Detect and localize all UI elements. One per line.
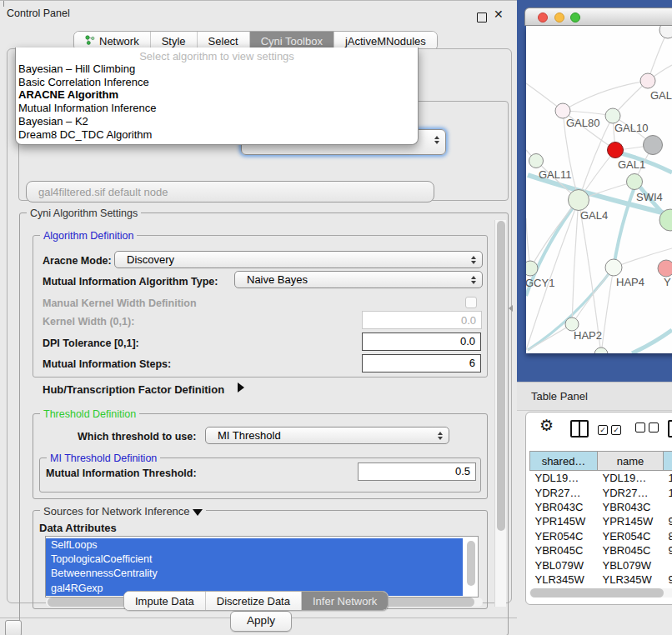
column-header[interactable]: shared… [530, 452, 598, 471]
table-cell[interactable]: 12 [664, 485, 672, 499]
dpi-tolerance-field[interactable]: 0.0 [362, 332, 481, 351]
table-cell[interactable]: YER054C [530, 529, 598, 543]
table-cell[interactable]: YBR045C [598, 543, 664, 558]
table-cell[interactable]: YBL079W [530, 558, 598, 572]
network-node[interactable] [644, 136, 663, 155]
table-cell[interactable]: YLR345W [598, 572, 664, 587]
network-edge[interactable] [572, 268, 614, 324]
algorithm-option[interactable]: Dream8 DC_TDC Algorithm [16, 128, 418, 142]
float-window-icon[interactable] [477, 12, 487, 22]
network-node-y[interactable] [658, 260, 672, 277]
table-cell[interactable]: YDR27… [530, 485, 598, 499]
settings-scrollbar[interactable] [494, 220, 506, 607]
table-cell[interactable]: 13 [664, 471, 672, 486]
deselect-all-icon[interactable] [635, 422, 662, 435]
attribute-item[interactable]: SelfLoops [46, 538, 478, 552]
manual-kernel-checkbox[interactable] [465, 297, 477, 308]
table-row[interactable]: YBR043CYBR043C [530, 500, 672, 514]
close-icon[interactable]: ✕ [494, 8, 504, 21]
network-window-titlebar[interactable] [524, 8, 672, 26]
close-traffic-light-icon[interactable] [538, 12, 548, 22]
hub-definition-label[interactable]: Hub/Transcription Factor Definition [43, 383, 224, 396]
tab-impute-data[interactable]: Impute Data [124, 592, 206, 610]
network-edge-selected[interactable] [632, 330, 672, 353]
network-node-gal1[interactable] [608, 142, 624, 158]
mi-type-combobox[interactable]: Naive Bayes [234, 271, 483, 288]
algorithm-option[interactable]: Mutual Information Inference [16, 102, 418, 115]
table-hscrollbar[interactable] [529, 588, 672, 598]
table-cell[interactable]: 9. [664, 572, 672, 587]
table-row[interactable]: YDR27…YDR27…12 [530, 485, 672, 499]
splitpane-collapse-icon[interactable] [509, 305, 513, 312]
table-cell[interactable] [664, 558, 672, 572]
mi-threshold-field[interactable]: 0.5 [358, 462, 476, 481]
gear-icon[interactable]: ⚙ [539, 417, 554, 433]
select-all-icon[interactable]: ✓✓ [598, 422, 624, 435]
algorithm-option[interactable]: Bayesian – Hill Climbing [16, 62, 418, 76]
network-edge[interactable] [528, 324, 572, 350]
attributes-scrollbar-thumb[interactable] [467, 541, 475, 586]
table-cell[interactable]: YPR145W [530, 514, 598, 528]
table-cell[interactable]: YDR27… [598, 485, 664, 499]
apply-button[interactable]: Apply [230, 611, 292, 632]
mi-steps-field[interactable]: 6 [362, 354, 481, 372]
split-columns-icon[interactable] [570, 420, 589, 438]
attributes-scrollbar[interactable] [467, 539, 476, 592]
table-cell[interactable]: 8. [664, 529, 672, 543]
table-row[interactable]: YPR145WYPR145W9. [530, 514, 672, 528]
network-node-swi4[interactable] [627, 174, 643, 190]
table-hscrollbar-thumb[interactable] [530, 588, 664, 598]
manual-kernel-label: Manual Kernel Width Definition [43, 298, 197, 309]
table-cell[interactable]: YER054C [598, 529, 664, 543]
kernel-width-field[interactable]: 0.0 [362, 311, 482, 329]
table-source-combobox[interactable]: gal4filtered.sif default node [26, 181, 434, 202]
algorithm-option[interactable]: Basic Correlation Inference [16, 76, 418, 89]
table-row[interactable]: YBL079WYBL079W [530, 558, 672, 572]
table-cell[interactable]: 9. [664, 543, 672, 558]
attribute-item[interactable]: TopologicalCoefficient [46, 552, 478, 567]
network-node-hap4[interactable] [605, 259, 622, 276]
table-cell[interactable]: YPR145W [598, 514, 664, 528]
algorithm-option[interactable]: Bayesian – K2 [16, 115, 418, 128]
table-cell[interactable]: YLR345W [530, 572, 598, 587]
table-cell[interactable]: 9. [664, 514, 672, 528]
table-icon[interactable] [668, 420, 672, 438]
table-cell[interactable]: YBR043C [598, 500, 664, 514]
collapse-arrow-icon[interactable] [193, 509, 203, 516]
network-edge[interactable] [563, 81, 648, 111]
network-node-gal4[interactable] [569, 190, 589, 211]
mi-threshold-definition-title: MI Threshold Definition [47, 452, 160, 464]
table-row[interactable]: YER054CYER054C8. [530, 529, 672, 543]
table-row[interactable]: YLR345WYLR345W9. [530, 572, 672, 587]
network-edge-selected[interactable] [614, 178, 638, 268]
tab-discretize-data[interactable]: Discretize Data [206, 592, 302, 610]
zoom-traffic-light-icon[interactable] [570, 12, 580, 22]
data-attributes-list[interactable]: SelfLoopsTopologicalCoefficientBetweenne… [45, 536, 479, 598]
settings-scrollbar-thumb[interactable] [497, 221, 505, 531]
column-header[interactable] [664, 452, 672, 471]
algorithm-option[interactable]: ARACNE Algorithm [16, 88, 418, 102]
network-node[interactable] [594, 348, 608, 353]
table-cell[interactable]: YBR043C [530, 500, 598, 514]
aracne-mode-combobox[interactable]: Discovery [114, 251, 483, 268]
network-edge[interactable] [572, 200, 579, 324]
minimize-traffic-light-icon[interactable] [554, 12, 564, 22]
table-cell[interactable] [664, 500, 672, 514]
network-node-gal[interactable] [640, 73, 655, 88]
network-node-gcy1[interactable] [526, 261, 538, 276]
tab-infer-network[interactable]: Infer Network [302, 592, 388, 610]
network-canvas[interactable]: GALGAL80GAL10GAL1GAL11SWI4GAL4GCY1HAP4YH… [526, 26, 672, 353]
table-row[interactable]: YBR045CYBR045C9. [530, 543, 672, 558]
table-row[interactable]: YDL19…YDL19…13 [530, 471, 672, 486]
table-cell[interactable]: YBL079W [598, 558, 664, 572]
table-cell[interactable]: YDL19… [530, 471, 598, 486]
network-node[interactable] [659, 26, 672, 38]
column-header[interactable]: name [598, 452, 664, 471]
expand-arrow-icon[interactable] [238, 382, 244, 392]
network-node-gal11[interactable] [529, 154, 544, 168]
table-cell[interactable]: YDL19… [598, 471, 664, 486]
which-threshold-combobox[interactable]: MI Threshold [205, 427, 449, 444]
attribute-item[interactable]: BetweennessCentrality [46, 567, 478, 581]
table-cell[interactable]: YBR045C [530, 543, 598, 558]
panel-corner-button[interactable] [5, 620, 22, 635]
